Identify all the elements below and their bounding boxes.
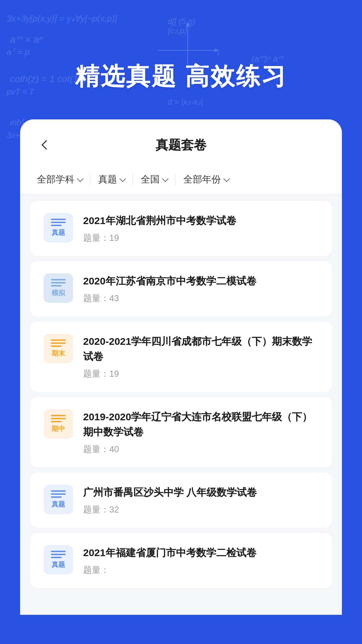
- filter-year-label: 全部年份: [183, 173, 221, 186]
- exam-info-2: 2020年江苏省南京市中考数学二模试卷 题量：43: [83, 273, 318, 304]
- badge-moni-2: 模拟: [44, 273, 73, 303]
- exam-item-1[interactable]: 真题 2021年湖北省荆州市中考数学试卷 题量：19: [30, 201, 332, 256]
- back-chevron-icon: [42, 140, 51, 150]
- badge-qizhong-4: 期中: [44, 409, 73, 439]
- badge-zhenti-5: 真题: [44, 485, 73, 514]
- exam-count-label-5: 题量：: [83, 504, 109, 515]
- exam-info-1: 2021年湖北省荆州市中考数学试卷 题量：19: [83, 213, 318, 244]
- badge-icon-2: [51, 279, 66, 287]
- filter-region-label: 全国: [141, 173, 160, 186]
- chevron-down-icon-region: [162, 175, 169, 182]
- exam-title-6: 2021年福建省厦门市中考数学二检试卷: [83, 545, 318, 560]
- filter-row: 全部学科 真题 全国 全部年份: [20, 165, 342, 194]
- exam-title-3: 2020-2021学年四川省成都市七年级（下）期末数学试卷: [83, 334, 318, 364]
- exam-title-1: 2021年湖北省荆州市中考数学试卷: [83, 213, 318, 228]
- exam-count-num-3: 19: [109, 369, 119, 379]
- exam-title-2: 2020年江苏省南京市中考数学二模试卷: [83, 273, 318, 288]
- exam-count-label-2: 题量：: [83, 293, 109, 303]
- filter-type-label: 真题: [98, 173, 117, 186]
- exam-info-3: 2020-2021学年四川省成都市七年级（下）期末数学试卷 题量：19: [83, 334, 318, 380]
- exam-item-4[interactable]: 期中 2019-2020学年辽宁省大连市名校联盟七年级（下）期中数学试卷 题量：…: [30, 397, 332, 467]
- badge-icon-5: [51, 490, 66, 498]
- exam-info-5: 广州市番禺区沙头中学 八年级数学试卷 题量：32: [83, 485, 318, 516]
- exam-item-3[interactable]: 期末 2020-2021学年四川省成都市七年级（下）期末数学试卷 题量：19: [30, 322, 332, 392]
- exam-list: 真题 2021年湖北省荆州市中考数学试卷 题量：19 模拟 2020年江苏省南: [20, 194, 342, 595]
- exam-title-4: 2019-2020学年辽宁省大连市名校联盟七年级（下）期中数学试卷: [83, 409, 318, 439]
- exam-item-5[interactable]: 真题 广州市番禺区沙头中学 八年级数学试卷 题量：32: [30, 473, 332, 528]
- card-header: 真题套卷: [20, 119, 342, 165]
- exam-item-6[interactable]: 真题 2021年福建省厦门市中考数学二检试卷 题量：: [30, 533, 332, 588]
- exam-count-4: 题量：40: [83, 443, 318, 455]
- exam-count-num-5: 32: [109, 504, 119, 515]
- badge-label-3: 期末: [52, 349, 65, 358]
- exam-item-2[interactable]: 模拟 2020年江苏省南京市中考数学二模试卷 题量：43: [30, 261, 332, 316]
- filter-divider-3: [175, 173, 175, 185]
- filter-divider-1: [90, 173, 90, 185]
- filter-type[interactable]: 真题: [92, 173, 131, 186]
- exam-info-6: 2021年福建省厦门市中考数学二检试卷 题量：: [83, 545, 318, 576]
- exam-count-2: 题量：43: [83, 292, 318, 304]
- exam-count-label-1: 题量：: [83, 233, 109, 243]
- badge-label-6: 真题: [52, 560, 65, 569]
- chevron-down-icon-year: [223, 175, 230, 182]
- exam-count-label-4: 题量：: [83, 444, 109, 454]
- exam-count-3: 题量：19: [83, 368, 318, 380]
- exam-count-label-6: 题量：: [83, 565, 109, 575]
- filter-subject[interactable]: 全部学科: [37, 173, 88, 186]
- exam-count-6: 题量：: [83, 564, 318, 576]
- badge-zhenti-6: 真题: [44, 545, 73, 575]
- exam-count-num-2: 43: [109, 293, 119, 303]
- exam-count-num-4: 40: [109, 444, 119, 454]
- badge-icon-4: [51, 415, 66, 423]
- chevron-down-icon-type: [119, 175, 126, 182]
- badge-label-5: 真题: [52, 500, 65, 509]
- badge-icon-6: [51, 551, 66, 559]
- badge-qimo-3: 期末: [44, 334, 73, 363]
- badge-icon-3: [51, 339, 66, 347]
- exam-count-5: 题量：32: [83, 504, 318, 516]
- filter-region[interactable]: 全国: [134, 173, 174, 186]
- filter-subject-label: 全部学科: [37, 173, 74, 186]
- exam-title-5: 广州市番禺区沙头中学 八年级数学试卷: [83, 485, 318, 500]
- badge-icon-1: [51, 219, 66, 227]
- exam-count-1: 题量：19: [83, 232, 318, 244]
- badge-zhenti-1: 真题: [44, 213, 73, 243]
- filter-year[interactable]: 全部年份: [177, 173, 235, 186]
- badge-label-1: 真题: [52, 228, 65, 237]
- exam-info-4: 2019-2020学年辽宁省大连市名校联盟七年级（下）期中数学试卷 题量：40: [83, 409, 318, 455]
- page-title: 真题套卷: [56, 137, 306, 154]
- exam-count-num-1: 19: [109, 233, 119, 243]
- main-card: 真题套卷 全部学科 真题 全国 全部年份: [20, 119, 342, 615]
- exam-count-label-3: 题量：: [83, 369, 109, 379]
- badge-label-4: 期中: [52, 424, 65, 433]
- filter-divider-2: [132, 173, 133, 185]
- hero-title: 精选真题 高效练习: [0, 0, 362, 119]
- chevron-down-icon-subject: [77, 175, 83, 182]
- badge-label-2: 模拟: [52, 288, 65, 298]
- back-button[interactable]: [37, 136, 56, 154]
